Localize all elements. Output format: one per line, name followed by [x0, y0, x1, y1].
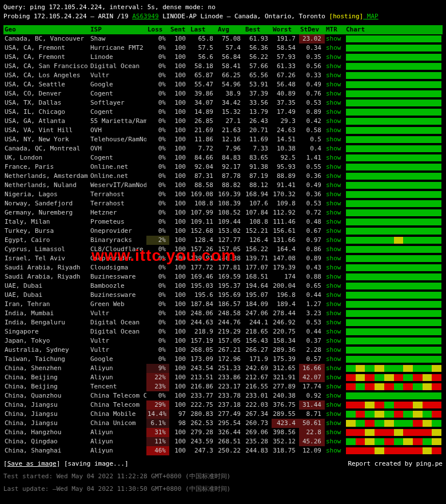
col-loss: Loss	[146, 25, 169, 34]
ping-chart	[346, 383, 441, 390]
mtr-show-link[interactable]: show	[326, 62, 341, 70]
ping-chart	[346, 411, 441, 418]
mtr-show-link[interactable]: show	[326, 72, 341, 79]
col-worst: Worst	[272, 25, 299, 34]
mtr-show-link[interactable]: show	[326, 236, 341, 244]
mtr-show-link[interactable]: show	[326, 35, 341, 42]
mtr-show-link[interactable]: show	[326, 117, 341, 125]
footer-actions: [Save as image] [saving image...]	[3, 460, 129, 468]
mtr-show-link[interactable]: show	[326, 209, 341, 216]
table-row: UAE, DubaiBamboozle0%100195.03195.37194.…	[3, 281, 443, 291]
ping-chart	[346, 310, 441, 317]
table-row: Nigeria, LagosTerrahost0%100169.08169.39…	[3, 190, 443, 199]
mtr-show-link[interactable]: show	[326, 309, 341, 317]
ping-chart	[346, 347, 441, 354]
table-row: Taiwan, TaichungGoogle0%100173.09172.961…	[3, 355, 443, 364]
save-as-image-link[interactable]: Save as image	[7, 460, 57, 467]
ping-chart	[346, 118, 441, 125]
mtr-show-link[interactable]: show	[326, 255, 341, 262]
mtr-show-link[interactable]: show	[326, 410, 341, 418]
mtr-show-link[interactable]: show	[326, 337, 341, 344]
mtr-show-link[interactable]: show	[326, 136, 341, 143]
ping-chart	[346, 191, 441, 198]
mtr-show-link[interactable]: show	[326, 245, 341, 253]
ping-chart	[346, 328, 441, 335]
mtr-show-link[interactable]: show	[326, 273, 341, 280]
table-row: Italy, MilanPrometeus0%100109.11109.4410…	[3, 217, 443, 227]
mtr-show-link[interactable]: show	[326, 383, 341, 390]
ping-chart	[346, 283, 441, 289]
saving-status: [saving image...]	[64, 460, 129, 467]
mtr-show-link[interactable]: show	[326, 300, 341, 308]
col-avg: Avg	[217, 25, 244, 34]
table-row: Turkey, BursaOneprovider0%100152.68153.0…	[3, 227, 443, 236]
table-row: Australia, SydneyVultr0%100268.05267.212…	[3, 346, 443, 355]
mtr-show-link[interactable]: show	[326, 191, 341, 198]
mtr-show-link[interactable]: show	[326, 108, 341, 116]
asn-link[interactable]: AS63949	[132, 13, 158, 20]
ping-chart	[346, 338, 441, 344]
mtr-show-link[interactable]: show	[326, 328, 341, 335]
table-row: Japan, TokyoVultr0%100157.19157.05156.43…	[3, 336, 443, 346]
mtr-show-link[interactable]: show	[326, 227, 341, 235]
ping-chart	[346, 173, 441, 180]
ping-chart	[346, 402, 441, 408]
mtr-show-link[interactable]: show	[326, 419, 341, 427]
table-row: India, MumbaiVultr0%100248.06248.58247.0…	[3, 309, 443, 318]
ping-chart	[346, 54, 441, 61]
table-row: USA, CA, FremontLinode0%10056.656.8456.2…	[3, 53, 443, 62]
table-row: USA, CA, SeattleGoogle0%10055.4754.9653.…	[3, 80, 443, 89]
ping-chart	[346, 374, 441, 381]
table-row: Canada, QC, MontrealOVH0%1007.727.967.33…	[3, 144, 443, 153]
mtr-show-link[interactable]: show	[326, 81, 341, 88]
mtr-show-link[interactable]: show	[326, 181, 341, 189]
mtr-show-link[interactable]: show	[326, 200, 341, 207]
ping-chart	[346, 35, 441, 42]
ping-chart	[346, 209, 441, 216]
ping-table: GeoISPLossSentLastAvgBestWorstStDevMTRCh…	[3, 25, 443, 455]
table-row: UAE, DubaiBuzinessware0%100195.6195.6919…	[3, 291, 443, 300]
ping-chart	[346, 255, 441, 262]
col-stdev: StDev	[299, 25, 325, 34]
mtr-show-link[interactable]: show	[326, 374, 341, 381]
mtr-show-link[interactable]: show	[326, 145, 341, 152]
ping-chart	[346, 145, 441, 152]
mtr-show-link[interactable]: show	[326, 44, 341, 51]
ping-chart	[346, 100, 441, 106]
mtr-show-link[interactable]: show	[326, 154, 341, 161]
mtr-show-link[interactable]: show	[326, 392, 341, 399]
mtr-show-link[interactable]: show	[326, 319, 341, 326]
mtr-show-link[interactable]: show	[326, 218, 341, 225]
mtr-show-link[interactable]: show	[326, 447, 341, 454]
mtr-show-link[interactable]: show	[326, 438, 341, 445]
table-row: China, QuanzhouChina Telecom CN20%100233…	[3, 391, 443, 400]
ping-chart	[346, 319, 441, 326]
ping-chart	[346, 392, 441, 399]
mtr-show-link[interactable]: show	[326, 282, 341, 289]
table-row: Norway, SandefjordTerrahost0%100108.8108…	[3, 199, 443, 208]
mtr-show-link[interactable]: show	[326, 90, 341, 97]
mtr-show-link[interactable]: show	[326, 99, 341, 106]
ping-chart	[346, 45, 441, 51]
ping-chart	[346, 447, 441, 454]
mtr-show-link[interactable]: show	[326, 364, 341, 372]
mtr-show-link[interactable]: show	[326, 163, 341, 170]
mtr-show-link[interactable]: show	[326, 126, 341, 134]
probe-suffix: LINODE-AP Linode — Canada, Ontario, Toro…	[159, 13, 329, 20]
mtr-show-link[interactable]: show	[326, 355, 341, 363]
mtr-show-link[interactable]: show	[326, 291, 341, 299]
mtr-show-link[interactable]: show	[326, 172, 341, 180]
mtr-show-link[interactable]: show	[326, 428, 341, 436]
table-row: USA, CO, DenverCogent0%10039.8638.937.39…	[3, 89, 443, 98]
mtr-show-link[interactable]: show	[326, 401, 341, 408]
table-row: China, QingdaoAliyun11%100243.59268.5123…	[3, 437, 443, 446]
col-isp: ISP	[89, 25, 146, 34]
col-last: Last	[189, 25, 217, 34]
mtr-show-link[interactable]: show	[326, 53, 341, 61]
table-row: China, ShenzhenAliyun9%100243.54251.3324…	[3, 364, 443, 373]
mtr-show-link[interactable]: show	[326, 264, 341, 271]
map-link[interactable]: MAP	[363, 13, 379, 20]
table-row: China, BeijingAliyun22%100213.51233.8621…	[3, 373, 443, 382]
mtr-show-link[interactable]: show	[326, 346, 341, 354]
ping-chart	[346, 109, 441, 116]
